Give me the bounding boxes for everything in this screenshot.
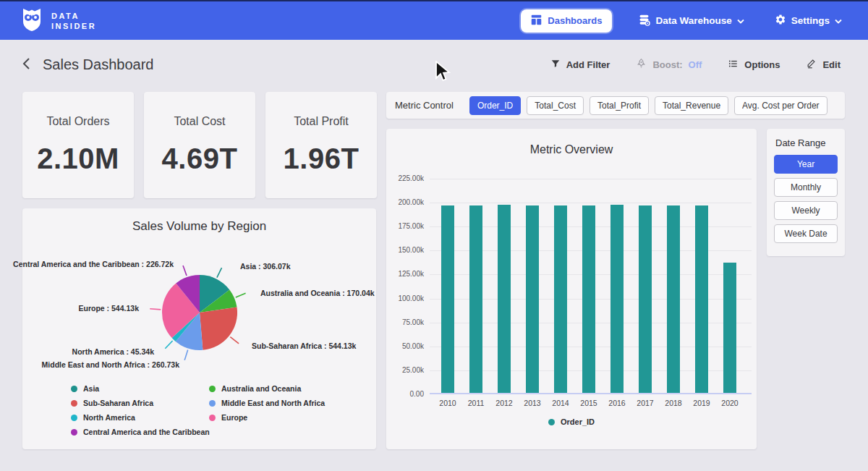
nav-data-warehouse-label: Data Warehouse: [655, 15, 731, 26]
chevron-down-icon: [737, 15, 744, 26]
pie-callout-line: [150, 309, 161, 310]
pie-chart-card: Sales Volume by Region AsiaAustralia and…: [22, 208, 376, 449]
brand-line1: DATA: [51, 11, 96, 21]
add-filter-button[interactable]: Add Filter: [546, 58, 615, 72]
brand-logo[interactable]: DATA INSIDER: [20, 7, 96, 35]
metric-button-avg-cost-per-order[interactable]: Avg. Cost per Order: [734, 96, 827, 115]
metric-button-order-id[interactable]: Order_ID: [469, 96, 521, 115]
y-axis-tick: 125.00k: [389, 270, 424, 278]
pie-label-north-america: North America : 45.34k: [72, 347, 154, 356]
kpi-label: Total Orders: [46, 115, 109, 128]
x-axis-tick: 2018: [659, 399, 688, 407]
kpi-card-total-cost: Total Cost 4.69T: [144, 92, 255, 198]
y-axis-tick: 50.00k: [389, 342, 424, 350]
bar-2011: [469, 205, 482, 393]
pie-callout-line: [236, 293, 246, 297]
x-axis-tick: 2012: [490, 399, 519, 407]
y-axis-tick: 150.00k: [389, 246, 424, 254]
metric-control-buttons: Order_IDTotal_CostTotal_ProfitTotal_Reve…: [469, 96, 827, 115]
kpi-value: 4.69T: [162, 143, 238, 175]
pie-label-europe: Europe : 544.13k: [79, 304, 139, 313]
bar-2014: [554, 205, 567, 393]
bar-2019: [695, 205, 708, 393]
legend-item-north-america: North America: [71, 413, 209, 422]
bar-2020: [723, 263, 736, 393]
edit-button[interactable]: Edit: [801, 57, 845, 72]
x-axis-tick: 2013: [518, 399, 547, 407]
x-axis-tick: 2017: [631, 399, 660, 407]
legend-dot: [71, 386, 77, 392]
date-range-button-monthly[interactable]: Monthly: [774, 178, 838, 197]
date-range-buttons: YearMonthlyWeeklyWeek Date: [774, 155, 838, 243]
metric-button-total-revenue[interactable]: Total_Revenue: [655, 96, 728, 115]
legend-item-asia: Asia: [71, 384, 209, 393]
legend-dot: [71, 415, 77, 421]
metric-control-bar: Metric Control Order_IDTotal_CostTotal_P…: [386, 92, 845, 119]
legend-dot: [209, 400, 216, 407]
dashboard-grid-icon: [531, 14, 542, 27]
y-axis-tick: 175.00k: [389, 222, 424, 230]
y-axis-tick: 225.00k: [389, 174, 424, 182]
kpi-value: 1.96T: [284, 143, 359, 175]
chevron-left-icon: [22, 57, 30, 72]
pie-label-middle-east-and-north-africa: Middle East and North Africa : 260.73k: [42, 360, 179, 369]
date-range-button-weekly[interactable]: Weekly: [774, 201, 838, 220]
y-axis-tick: 100.00k: [389, 294, 424, 302]
date-range-button-year[interactable]: Year: [774, 155, 838, 174]
pie-label-australia-and-oceania: Australia and Oceania : 170.04k: [260, 289, 375, 297]
y-axis-tick: 75.00k: [389, 318, 424, 326]
metric-button-total-profit[interactable]: Total_Profit: [590, 96, 649, 115]
x-axis-tick: 2011: [461, 399, 490, 407]
y-axis-tick: 25.00k: [389, 366, 424, 374]
bar-2010: [441, 205, 454, 393]
page-header: Sales Dashboard Add Filter Boost: Off Op…: [0, 40, 868, 89]
pie-label-central-america-and-the-caribbean: Central America and the Caribbean : 226.…: [13, 260, 174, 268]
legend-dot: [548, 419, 555, 425]
x-axis-tick: 2019: [687, 399, 716, 407]
nav-settings-label: Settings: [791, 15, 830, 26]
bar-2013: [526, 205, 539, 393]
legend-item-middle-east-and-north-africa: Middle East and North Africa: [209, 399, 325, 407]
pie-callout-line: [184, 350, 188, 360]
page-title: Sales Dashboard: [43, 56, 153, 73]
metric-control-label: Metric Control: [395, 100, 454, 111]
pie-callout-line: [230, 337, 239, 344]
pie-slice-sub-saharan-africa: [200, 307, 237, 350]
y-axis-tick: 0.00: [389, 390, 424, 398]
legend-dot: [71, 429, 77, 436]
nav-data-warehouse[interactable]: Data Warehouse: [634, 13, 748, 29]
x-axis-tick: 2016: [603, 399, 631, 407]
pie-callout-line: [183, 266, 187, 276]
boost-value: Off: [689, 59, 702, 70]
filter-funnel-icon: [550, 59, 561, 71]
legend-label: Order_ID: [561, 417, 595, 426]
legend-dot: [209, 386, 216, 392]
bar-chart-legend: Order_ID: [386, 417, 757, 426]
kpi-card-total-profit: Total Profit 1.96T: [265, 92, 377, 198]
legend-item-sub-saharan-africa: Sub-Saharan Africa: [71, 399, 209, 407]
pie-label-asia: Asia : 306.07k: [240, 262, 290, 271]
legend-dot: [71, 400, 77, 407]
boost-toggle[interactable]: Boost: Off: [631, 57, 706, 72]
date-range-label: Date Range: [775, 137, 838, 148]
database-icon: [638, 14, 650, 28]
bar-2016: [610, 205, 624, 393]
pie-legend: AsiaAustralia and OceaniaSub-Saharan Afr…: [71, 384, 325, 436]
date-range-panel: Date Range YearMonthlyWeeklyWeek Date: [767, 129, 845, 256]
metric-button-total-cost[interactable]: Total_Cost: [527, 96, 584, 115]
x-axis-tick: 2015: [574, 399, 603, 407]
gridline: [430, 179, 752, 179]
date-range-button-week-date[interactable]: Week Date: [774, 224, 838, 243]
pencil-icon: [806, 58, 817, 71]
nav-settings[interactable]: Settings: [770, 13, 846, 28]
pie-callout-line: [165, 341, 172, 349]
back-button[interactable]: [20, 56, 32, 74]
legend-item-europe: Europe: [209, 413, 325, 422]
options-button[interactable]: Options: [723, 58, 784, 72]
x-axis-tick: 2010: [433, 399, 462, 407]
kpi-value: 2.10M: [37, 143, 119, 175]
legend-item-australia-and-oceania: Australia and Oceania: [209, 384, 325, 393]
list-options-icon: [728, 59, 739, 71]
pie-label-sub-saharan-africa: Sub-Saharan Africa : 544.13k: [252, 341, 356, 350]
nav-dashboards[interactable]: Dashboards: [521, 9, 612, 33]
